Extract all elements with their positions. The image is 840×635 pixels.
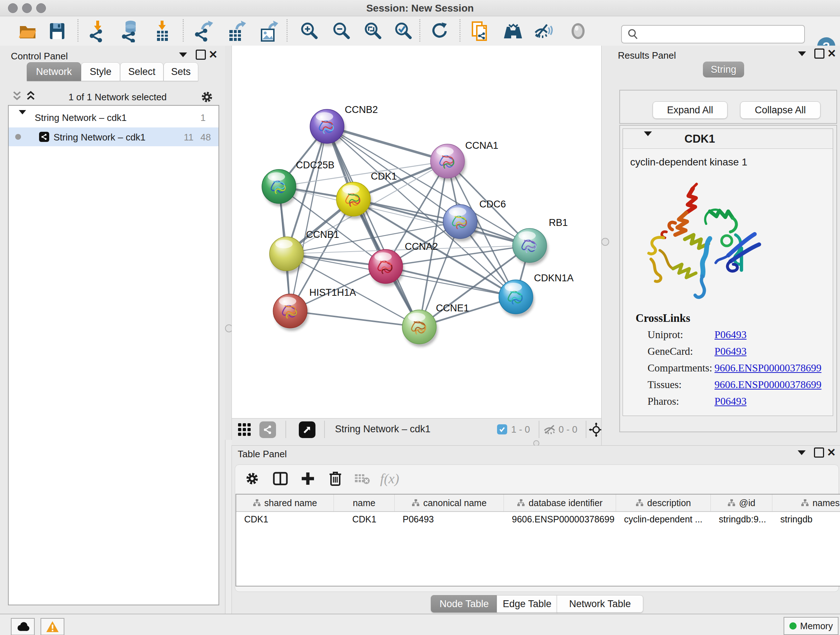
delete-column-button[interactable] [325,469,346,489]
column-header-description[interactable]: description [616,494,711,511]
network-overview-button[interactable] [259,421,276,438]
tab-network[interactable]: Network [27,62,81,81]
clone-network-button[interactable] [467,20,493,42]
tab-sets[interactable]: Sets [164,62,198,81]
function-builder-button[interactable]: f(x) [379,469,400,489]
edge-HIST1H1A-CCNE1[interactable] [290,311,419,327]
crosslink-label: GeneCard: [647,345,714,362]
left-splitter[interactable] [225,46,232,440]
delete-table-button[interactable] [352,469,372,489]
expand-all-networks-button[interactable] [25,90,38,103]
hidden-eye-icon [543,424,556,435]
save-session-button[interactable] [44,20,70,42]
zoom-out-button[interactable] [328,20,354,42]
crosslink-link[interactable]: P06493 [714,345,747,362]
results-panel-float-button[interactable] [813,48,826,59]
table-cell[interactable]: P06493 [395,512,504,526]
cloud-status-button[interactable] [11,618,35,635]
export-network-button[interactable] [191,20,216,42]
table-panel-float-button[interactable] [813,447,825,458]
crosslink-link[interactable]: 9606.ENSP00000378699 [714,362,821,379]
network-collection-row[interactable]: String Network – cdk1 1 [9,109,218,127]
node-CCNA1[interactable]: CCNA1 [431,140,499,181]
apply-layout-button[interactable] [427,20,452,42]
search-input[interactable] [639,27,804,42]
search-field [621,25,805,43]
right-splitter-handle[interactable] [601,238,609,246]
create-column-button[interactable] [298,469,318,489]
control-panel-float-button[interactable] [195,49,207,60]
node-CCNE1[interactable]: CCNE1 [402,302,469,347]
export-table-button[interactable] [223,20,248,42]
horizontal-splitter[interactable] [232,440,601,445]
fx-label: f(x) [380,470,399,486]
node-CCNB2[interactable]: CCNB2 [310,104,378,146]
expand-all-button[interactable]: Expand All [653,101,728,119]
memory-button[interactable]: Memory [783,617,838,635]
protein-expand-arrow[interactable] [644,136,652,143]
birdseye-view-button[interactable] [299,421,316,438]
crosslink-link[interactable]: P06493 [714,395,747,412]
zoom-fit-button[interactable] [360,20,385,42]
tab-node-table[interactable]: Node Table [431,595,497,613]
show-appearance-button[interactable] [565,20,591,42]
collapse-all-button[interactable]: Collapse All [740,101,821,119]
selected-checkbox[interactable] [497,424,507,434]
column-header-canonical-name[interactable]: canonical name [395,494,504,511]
node-label-CDC6: CDC6 [479,199,506,210]
node-CDC6[interactable]: CDC6 [443,199,506,241]
warning-status-button[interactable] [41,618,65,635]
zoom-selected-button[interactable] [390,20,416,42]
column-header--id[interactable]: @id [711,494,772,511]
column-header-shared-name[interactable]: shared name [236,494,334,511]
columns-icon [272,470,288,486]
node-CCNB1[interactable]: CCNB1 [270,229,339,274]
zoom-selected-icon [393,21,413,41]
import-network-button[interactable] [85,20,111,42]
table-row[interactable]: CDK1CDK1P064939606.ENSP00000378699cyclin… [236,512,840,526]
control-panel-close-button[interactable]: ✕ [207,49,219,60]
network-row-selected[interactable]: String Network – cdk1 11 48 [9,127,218,146]
tab-style[interactable]: Style [81,62,120,81]
network-options-button[interactable] [200,90,214,104]
results-panel-close-button[interactable]: ✕ [826,48,838,59]
export-image-button[interactable] [256,20,281,42]
node-HIST1H1A[interactable]: HIST1H1A [273,287,356,331]
import-network-from-database-button[interactable] [118,20,143,42]
tab-select[interactable]: Select [120,62,164,81]
import-table-button[interactable] [149,20,175,42]
results-tab-string[interactable]: String [703,62,744,78]
column-header-name[interactable]: name [334,494,395,511]
table-cell[interactable]: CDK1 [334,512,395,526]
table-panel-menu-button[interactable] [796,447,808,458]
table-panel-close-button[interactable]: ✕ [825,447,837,458]
table-cell[interactable]: stringdb:9... [711,512,772,526]
crosslink-link[interactable]: 9606.ENSP00000378699 [714,379,821,395]
collapse-all-networks-button[interactable] [11,90,24,103]
node-RB1[interactable]: RB1 [513,217,568,265]
table-cell[interactable]: stringdb [772,512,840,526]
table-cell[interactable]: CDK1 [236,512,334,526]
table-cell[interactable]: 9606.ENSP00000378699 [504,512,616,526]
results-panel-menu-button[interactable] [796,48,808,59]
first-neighbors-button[interactable] [500,20,526,42]
show-grid-button[interactable] [236,421,253,438]
protein-card-header[interactable]: CDK1 [623,129,833,149]
crosslink-link[interactable]: P06493 [714,329,747,345]
column-header-namespace[interactable]: namespace [772,494,840,511]
collection-expand-arrow[interactable] [19,114,26,126]
node-CDKN1A[interactable]: CDKN1A [499,272,574,317]
network-view-canvas[interactable]: CCNB2CCNA1CDC25BCDK1CDC6RB1CCNB1CCNA2CDK… [232,46,602,418]
node-CDC25B[interactable]: CDC25B [262,160,335,206]
show-columns-button[interactable] [270,469,291,489]
table-options-button[interactable] [242,469,262,489]
open-session-button[interactable] [15,20,40,42]
zoom-in-button[interactable] [296,20,322,42]
column-header-label: namespace [813,498,840,508]
tab-network-table[interactable]: Network Table [557,595,643,613]
control-panel-menu-button[interactable] [177,49,189,60]
table-cell[interactable]: cyclin-dependent ... [616,512,711,526]
hide-selected-button[interactable] [531,20,556,42]
column-header-database-identifier[interactable]: database identifier [504,494,616,511]
tab-edge-table[interactable]: Edge Table [497,595,557,613]
